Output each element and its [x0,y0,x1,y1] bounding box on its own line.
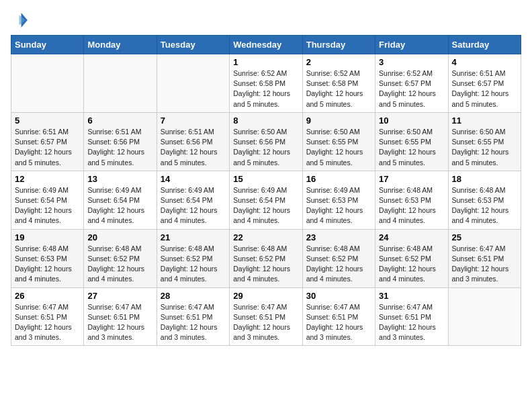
calendar-cell: 23Sunrise: 6:48 AM Sunset: 6:52 PM Dayli… [302,229,375,287]
day-number: 21 [161,232,226,242]
day-number: 25 [452,232,517,242]
calendar-cell: 21Sunrise: 6:48 AM Sunset: 6:52 PM Dayli… [157,229,229,287]
day-info: Sunrise: 6:52 AM Sunset: 6:57 PM Dayligh… [379,68,444,109]
calendar-cell: 22Sunrise: 6:48 AM Sunset: 6:52 PM Dayli… [230,229,302,287]
calendar-cell: 26Sunrise: 6:47 AM Sunset: 6:51 PM Dayli… [11,287,84,346]
calendar-header-tuesday: Tuesday [157,36,229,54]
day-info: Sunrise: 6:47 AM Sunset: 6:51 PM Dayligh… [379,302,444,343]
calendar-header-wednesday: Wednesday [230,36,302,54]
day-number: 27 [87,291,152,301]
day-info: Sunrise: 6:47 AM Sunset: 6:51 PM Dayligh… [233,302,298,343]
day-info: Sunrise: 6:47 AM Sunset: 6:51 PM Dayligh… [306,302,371,343]
calendar-cell: 9Sunrise: 6:50 AM Sunset: 6:55 PM Daylig… [302,112,375,171]
calendar-cell: 20Sunrise: 6:48 AM Sunset: 6:52 PM Dayli… [84,229,157,287]
day-info: Sunrise: 6:48 AM Sunset: 6:52 PM Dayligh… [87,244,152,285]
day-number: 9 [306,116,371,126]
day-number: 19 [15,232,80,242]
calendar-cell: 7Sunrise: 6:51 AM Sunset: 6:56 PM Daylig… [157,112,229,171]
day-info: Sunrise: 6:48 AM Sunset: 6:53 PM Dayligh… [452,185,517,226]
day-info: Sunrise: 6:49 AM Sunset: 6:54 PM Dayligh… [161,185,226,226]
day-number: 31 [379,291,444,301]
day-info: Sunrise: 6:52 AM Sunset: 6:58 PM Dayligh… [233,68,298,109]
day-info: Sunrise: 6:47 AM Sunset: 6:51 PM Dayligh… [15,302,80,343]
calendar-week-row: 1Sunrise: 6:52 AM Sunset: 6:58 PM Daylig… [11,54,521,113]
day-info: Sunrise: 6:47 AM Sunset: 6:51 PM Dayligh… [452,244,517,285]
calendar-cell: 12Sunrise: 6:49 AM Sunset: 6:54 PM Dayli… [11,171,84,229]
day-number: 6 [87,116,152,126]
day-number: 30 [306,291,371,301]
calendar-cell: 18Sunrise: 6:48 AM Sunset: 6:53 PM Dayli… [448,171,521,229]
day-number: 7 [161,116,226,126]
page-header [11,11,521,30]
day-info: Sunrise: 6:50 AM Sunset: 6:55 PM Dayligh… [379,127,444,168]
day-number: 2 [306,57,371,67]
day-number: 20 [87,232,152,242]
day-number: 26 [15,291,80,301]
calendar-cell: 16Sunrise: 6:49 AM Sunset: 6:53 PM Dayli… [302,171,375,229]
calendar-cell: 31Sunrise: 6:47 AM Sunset: 6:51 PM Dayli… [375,287,448,346]
day-info: Sunrise: 6:50 AM Sunset: 6:55 PM Dayligh… [452,127,517,168]
calendar-cell: 28Sunrise: 6:47 AM Sunset: 6:51 PM Dayli… [157,287,229,346]
day-info: Sunrise: 6:48 AM Sunset: 6:52 PM Dayligh… [233,244,298,285]
day-number: 13 [87,174,152,184]
day-info: Sunrise: 6:48 AM Sunset: 6:52 PM Dayligh… [306,244,371,285]
day-info: Sunrise: 6:50 AM Sunset: 6:56 PM Dayligh… [233,127,298,168]
calendar-header-sunday: Sunday [11,36,84,54]
calendar-cell: 2Sunrise: 6:52 AM Sunset: 6:58 PM Daylig… [302,54,375,113]
calendar-cell: 14Sunrise: 6:49 AM Sunset: 6:54 PM Dayli… [157,171,229,229]
day-info: Sunrise: 6:47 AM Sunset: 6:51 PM Dayligh… [87,302,152,343]
calendar-cell: 29Sunrise: 6:47 AM Sunset: 6:51 PM Dayli… [230,287,302,346]
day-number: 24 [379,232,444,242]
calendar-cell [448,287,521,346]
calendar-cell: 24Sunrise: 6:48 AM Sunset: 6:52 PM Dayli… [375,229,448,287]
day-number: 16 [306,174,371,184]
calendar-cell: 3Sunrise: 6:52 AM Sunset: 6:57 PM Daylig… [375,54,448,113]
day-info: Sunrise: 6:49 AM Sunset: 6:54 PM Dayligh… [87,185,152,226]
day-info: Sunrise: 6:51 AM Sunset: 6:56 PM Dayligh… [87,127,152,168]
day-info: Sunrise: 6:50 AM Sunset: 6:55 PM Dayligh… [306,127,371,168]
calendar-cell: 30Sunrise: 6:47 AM Sunset: 6:51 PM Dayli… [302,287,375,346]
day-info: Sunrise: 6:48 AM Sunset: 6:52 PM Dayligh… [379,244,444,285]
calendar-cell: 8Sunrise: 6:50 AM Sunset: 6:56 PM Daylig… [230,112,302,171]
day-info: Sunrise: 6:48 AM Sunset: 6:52 PM Dayligh… [161,244,226,285]
day-number: 22 [233,232,298,242]
calendar-header-row: SundayMondayTuesdayWednesdayThursdayFrid… [11,36,521,54]
day-number: 8 [233,116,298,126]
day-number: 17 [379,174,444,184]
day-info: Sunrise: 6:51 AM Sunset: 6:56 PM Dayligh… [161,127,226,168]
calendar-cell: 15Sunrise: 6:49 AM Sunset: 6:54 PM Dayli… [230,171,302,229]
day-number: 29 [233,291,298,301]
day-number: 4 [452,57,517,67]
calendar-cell: 19Sunrise: 6:48 AM Sunset: 6:53 PM Dayli… [11,229,84,287]
day-info: Sunrise: 6:49 AM Sunset: 6:53 PM Dayligh… [306,185,371,226]
logo-icon [11,11,30,30]
day-number: 14 [161,174,226,184]
calendar-week-row: 26Sunrise: 6:47 AM Sunset: 6:51 PM Dayli… [11,287,521,346]
day-number: 15 [233,174,298,184]
day-info: Sunrise: 6:49 AM Sunset: 6:54 PM Dayligh… [233,185,298,226]
day-info: Sunrise: 6:48 AM Sunset: 6:53 PM Dayligh… [379,185,444,226]
day-number: 18 [452,174,517,184]
calendar-cell: 25Sunrise: 6:47 AM Sunset: 6:51 PM Dayli… [448,229,521,287]
calendar-cell: 6Sunrise: 6:51 AM Sunset: 6:56 PM Daylig… [84,112,157,171]
day-number: 28 [161,291,226,301]
day-number: 10 [379,116,444,126]
calendar-week-row: 19Sunrise: 6:48 AM Sunset: 6:53 PM Dayli… [11,229,521,287]
day-info: Sunrise: 6:49 AM Sunset: 6:54 PM Dayligh… [15,185,80,226]
day-info: Sunrise: 6:48 AM Sunset: 6:53 PM Dayligh… [15,244,80,285]
calendar-cell: 10Sunrise: 6:50 AM Sunset: 6:55 PM Dayli… [375,112,448,171]
calendar-table: SundayMondayTuesdayWednesdayThursdayFrid… [11,35,521,346]
day-number: 11 [452,116,517,126]
day-info: Sunrise: 6:47 AM Sunset: 6:51 PM Dayligh… [161,302,226,343]
calendar-header-friday: Friday [375,36,448,54]
calendar-cell: 13Sunrise: 6:49 AM Sunset: 6:54 PM Dayli… [84,171,157,229]
day-info: Sunrise: 6:51 AM Sunset: 6:57 PM Dayligh… [452,68,517,109]
calendar-cell: 4Sunrise: 6:51 AM Sunset: 6:57 PM Daylig… [448,54,521,113]
calendar-cell: 11Sunrise: 6:50 AM Sunset: 6:55 PM Dayli… [448,112,521,171]
day-number: 1 [233,57,298,67]
calendar-header-saturday: Saturday [448,36,521,54]
calendar-week-row: 5Sunrise: 6:51 AM Sunset: 6:57 PM Daylig… [11,112,521,171]
calendar-cell: 27Sunrise: 6:47 AM Sunset: 6:51 PM Dayli… [84,287,157,346]
calendar-cell [84,54,157,113]
day-number: 3 [379,57,444,67]
